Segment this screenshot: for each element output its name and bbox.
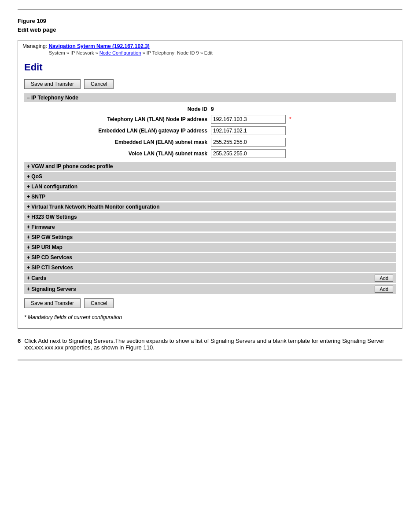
- node-id-row: Node ID 9: [24, 105, 396, 114]
- tlan-asterisk: *: [289, 116, 291, 122]
- top-rule: [18, 9, 402, 10]
- managing-bar: Managing: Navigation Syterm Name (192.16…: [18, 40, 402, 57]
- node-id-value: 9: [209, 105, 396, 114]
- collapsible-label-2: + LAN configuration: [27, 184, 77, 190]
- node-id-label: Node ID: [24, 105, 209, 114]
- elan-subnet-row: Embedded LAN (ELAN) subnet mask: [24, 136, 396, 148]
- collapsible-section-4[interactable]: + Virtual Trunk Network Health Monitor c…: [24, 202, 396, 211]
- collapsible-section-3[interactable]: + SNTP: [24, 192, 396, 201]
- collapsible-section-12[interactable]: + Signaling ServersAdd: [24, 284, 396, 294]
- collapsible-label-6: + Firmware: [27, 224, 55, 230]
- system-name-link[interactable]: Navigation Syterm Name (192.167.102.3): [48, 43, 149, 49]
- elan-gateway-input[interactable]: [211, 126, 286, 135]
- instruction-row: 6 Click Add next to Signaling Servers.Th…: [18, 338, 402, 351]
- elan-gateway-row: Embedded LAN (ELAN) gateway IP address: [24, 125, 396, 136]
- elan-subnet-input[interactable]: [211, 138, 286, 147]
- mandatory-note: * Mandatory fields of current configurat…: [24, 312, 396, 322]
- web-frame: Managing: Navigation Syterm Name (192.16…: [18, 40, 402, 329]
- vlan-subnet-value-cell: [209, 148, 396, 159]
- vlan-subnet-label: Voice LAN (TLAN) subnet mask: [24, 148, 209, 159]
- collapsible-sections: + VGW and IP phone codec profile+ QoS+ L…: [24, 162, 396, 294]
- node-config-link[interactable]: Node Configuration: [99, 50, 141, 55]
- add-button-12[interactable]: Add: [375, 286, 393, 293]
- tlan-row: Telephony LAN (TLAN) Node IP address *: [24, 114, 396, 125]
- collapsible-label-5: + H323 GW Settings: [27, 214, 77, 220]
- collapsible-label-9: + SIP CD Services: [27, 254, 72, 261]
- cancel-button-top[interactable]: Cancel: [84, 79, 114, 89]
- instruction-text: Click Add next to Signaling Servers.The …: [24, 338, 402, 351]
- page-title: Edit: [18, 57, 402, 76]
- figure-caption: Figure 109 Edit web page: [18, 17, 402, 34]
- collapsible-label-8: + SIP URI Map: [27, 244, 63, 250]
- top-button-row: Save and Transfer Cancel: [24, 79, 396, 89]
- vlan-subnet-row: Voice LAN (TLAN) subnet mask: [24, 148, 396, 159]
- collapsible-label-0: + VGW and IP phone codec profile: [27, 163, 113, 169]
- collapsible-section-0[interactable]: + VGW and IP phone codec profile: [24, 162, 396, 171]
- elan-gateway-value-cell: [209, 125, 396, 136]
- collapsible-label-10: + SIP CTI Services: [27, 264, 73, 271]
- collapsible-section-10[interactable]: + SIP CTI Services: [24, 263, 396, 272]
- node-fields-table: Node ID 9 Telephony LAN (TLAN) Node IP a…: [24, 105, 396, 159]
- collapsible-section-6[interactable]: + Firmware: [24, 223, 396, 231]
- collapsible-section-8[interactable]: + SIP URI Map: [24, 243, 396, 252]
- elan-subnet-label: Embedded LAN (ELAN) subnet mask: [24, 136, 209, 148]
- vlan-subnet-input[interactable]: [211, 149, 286, 158]
- collapsible-section-11[interactable]: + CardsAdd: [24, 273, 396, 283]
- tlan-input[interactable]: [211, 115, 286, 124]
- ip-telephony-header: – IP Telephony Node: [24, 93, 396, 102]
- bottom-rule: [18, 360, 402, 360]
- form-area: Save and Transfer Cancel – IP Telephony …: [18, 76, 402, 328]
- collapsible-label-11: + Cards: [27, 275, 46, 281]
- collapsible-label-12: + Signaling Servers: [27, 286, 76, 292]
- elan-gateway-label: Embedded LAN (ELAN) gateway IP address: [24, 125, 209, 136]
- cancel-button-bottom[interactable]: Cancel: [84, 298, 114, 308]
- tlan-value-cell: *: [209, 114, 396, 125]
- collapsible-label-3: + SNTP: [27, 194, 45, 200]
- breadcrumb: System » IP Network » Node Configuration…: [49, 50, 398, 55]
- step-number: 6: [18, 338, 21, 351]
- bottom-button-row: Save and Transfer Cancel: [24, 298, 396, 308]
- collapsible-section-5[interactable]: + H323 GW Settings: [24, 213, 396, 221]
- save-transfer-button-bottom[interactable]: Save and Transfer: [24, 298, 81, 308]
- collapsible-section-1[interactable]: + QoS: [24, 172, 396, 181]
- collapsible-label-1: + QoS: [27, 173, 42, 180]
- collapsible-section-2[interactable]: + LAN configuration: [24, 182, 396, 191]
- collapsible-section-9[interactable]: + SIP CD Services: [24, 253, 396, 262]
- managing-label: Managing:: [22, 43, 47, 49]
- collapsible-label-4: + Virtual Trunk Network Health Monitor c…: [27, 204, 159, 210]
- elan-subnet-value-cell: [209, 136, 396, 148]
- save-transfer-button-top[interactable]: Save and Transfer: [24, 79, 81, 89]
- collapsible-section-7[interactable]: + SIP GW Settings: [24, 233, 396, 242]
- collapsible-label-7: + SIP GW Settings: [27, 234, 73, 240]
- tlan-label: Telephony LAN (TLAN) Node IP address: [24, 114, 209, 125]
- add-button-11[interactable]: Add: [375, 275, 393, 282]
